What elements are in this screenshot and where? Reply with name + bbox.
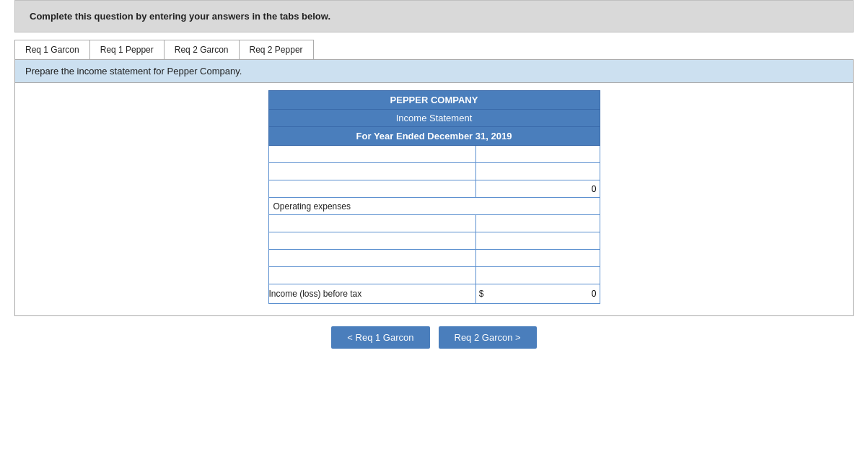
exp4-value-input[interactable] [476,268,600,284]
exp4-label [268,267,475,284]
row1-value-cell [475,146,600,163]
exp2-value-input[interactable] [476,233,600,249]
tab-req2pepper[interactable]: Req 2 Pepper [239,40,314,59]
exp2-value-cell [475,232,600,250]
table-container: PEPPER COMPANY Income Statement For Year… [15,83,853,315]
tabs-area: Req 1 Garcon Req 1 Pepper Req 2 Garcon R… [14,40,854,60]
exp3-label-input[interactable] [269,253,475,263]
table-row [268,146,600,163]
exp1-label-input[interactable] [269,219,475,229]
table-title-row: PEPPER COMPANY [268,91,600,110]
exp2-label [268,232,475,250]
exp3-value-cell [475,250,600,267]
section-header: Prepare the income statement for Pepper … [15,60,853,83]
row3-value-input[interactable] [476,181,600,197]
table-subtitle-row: Income Statement [268,110,600,127]
prev-button-label: < Req 1 Garcon [347,332,413,343]
operating-expenses-row: Operating expenses [268,198,600,215]
row2-label [268,163,475,180]
table-row [268,163,600,180]
exp1-value-cell [475,215,600,232]
table-row [268,232,600,250]
company-name: PEPPER COMPANY [268,91,600,110]
page-wrapper: Complete this question by entering your … [0,0,868,449]
row1-value-input[interactable] [476,147,600,162]
exp1-value-input[interactable] [476,216,600,232]
income-table: PEPPER COMPANY Income Statement For Year… [268,90,600,304]
row1-label [268,146,475,163]
row2-value-cell [475,163,600,180]
row3-value-cell [475,180,600,198]
total-value-input[interactable] [486,289,600,299]
row1-label-input[interactable] [269,149,475,160]
row3-label [268,180,475,198]
total-label: Income (loss) before tax [268,284,475,304]
next-button[interactable]: Req 2 Garcon > [439,326,537,349]
row2-label-input[interactable] [269,167,475,177]
table-date-row: For Year Ended December 31, 2019 [268,127,600,146]
dollar-sign: $ [476,289,486,299]
period: For Year Ended December 31, 2019 [268,127,600,146]
table-row [268,267,600,284]
tab-req1garcon[interactable]: Req 1 Garcon [14,40,89,59]
table-row [268,250,600,267]
row2-value-input[interactable] [476,164,600,180]
exp1-label [268,215,475,232]
table-row [268,180,600,198]
table-row [268,215,600,232]
exp2-label-input[interactable] [269,236,475,246]
buttons-row: < Req 1 Garcon Req 2 Garcon > [0,326,868,349]
statement-type: Income Statement [268,110,600,127]
tab-req2garcon[interactable]: Req 2 Garcon [164,40,239,59]
exp4-value-cell [475,267,600,284]
exp3-label [268,250,475,267]
instruction-text: Complete this question by entering your … [30,11,330,22]
total-row: Income (loss) before tax $ [268,284,600,304]
next-button-label: Req 2 Garcon > [455,332,521,343]
exp4-label-input[interactable] [269,271,475,281]
prev-button[interactable]: < Req 1 Garcon [331,326,429,349]
tab-req1pepper[interactable]: Req 1 Pepper [89,40,164,59]
operating-expenses-label: Operating expenses [268,198,600,215]
row3-label-input[interactable] [269,184,475,194]
total-value-cell: $ [475,284,600,304]
instruction-bar: Complete this question by entering your … [14,0,854,32]
content-area: Prepare the income statement for Pepper … [14,60,854,316]
exp3-value-input[interactable] [476,250,600,266]
